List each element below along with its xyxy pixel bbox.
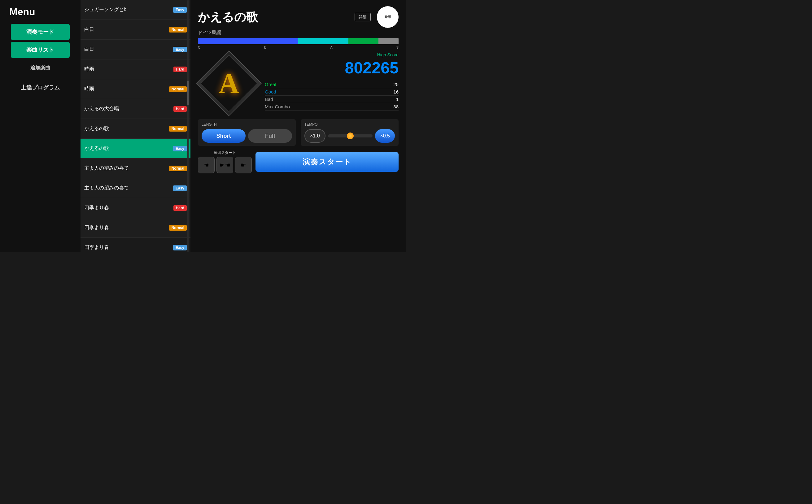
song-item-hakujitsu2[interactable]: 白日 Easy <box>80 40 190 59</box>
detail-button[interactable]: 詳細 <box>354 13 371 21</box>
practice-section: 練習スタート ☚ ☛☚ ☛ <box>198 150 252 173</box>
practice-left-hand[interactable]: ☚ <box>198 157 215 173</box>
song-name: 四季より春 <box>84 224 167 231</box>
label-combo: Max Combo <box>265 104 290 109</box>
nav-progress-program[interactable]: 上達プログラム <box>11 80 70 96</box>
tempo-label: TEMPO <box>304 122 395 127</box>
label-good: Good <box>265 89 276 94</box>
practice-both-hands[interactable]: ☛☚ <box>216 157 233 173</box>
scroll-thumb <box>187 80 189 105</box>
grade-a: A <box>330 46 332 49</box>
song-item-shiki1[interactable]: 四季より春 Hard <box>80 198 190 218</box>
song-item-shigure2[interactable]: 時雨 Normal <box>80 79 190 99</box>
tempo-group: TEMPO ×1.0 ×0.5 <box>301 119 398 146</box>
difficulty-badge: Hard <box>173 205 187 211</box>
score-bar <box>198 38 398 44</box>
song-name: 白日 <box>84 26 167 33</box>
difficulty-badge: Hard <box>173 67 187 72</box>
difficulty-badge: Normal <box>169 27 187 33</box>
song-item-kaeru-dai[interactable]: かえるの大合唱 Hard <box>80 99 190 119</box>
length-short-button[interactable]: Short <box>202 129 245 143</box>
score-row-bad: Bad 1 <box>265 96 398 103</box>
value-good: 16 <box>393 89 398 94</box>
length-full-button[interactable]: Full <box>248 129 292 143</box>
song-item-shigure1[interactable]: 時雨 Hard <box>80 59 190 79</box>
song-item-kaeru-normal[interactable]: かえるの歌 Normal <box>80 119 190 139</box>
grade-b: B <box>264 46 266 49</box>
song-name: かえるの大合唱 <box>84 106 171 112</box>
nav-song-list[interactable]: 楽曲リスト <box>11 42 70 58</box>
nav-performance-mode[interactable]: 演奏モード <box>11 24 70 40</box>
score-row-good: Good 16 <box>265 88 398 96</box>
song-name: 時雨 <box>84 66 171 72</box>
score-bar-fill <box>198 38 398 44</box>
grade-diamond: A <box>198 52 260 114</box>
difficulty-badge: Easy <box>173 146 187 151</box>
artist-badge-label: 時雨 <box>384 15 391 19</box>
nav-additional-songs[interactable]: 追加楽曲 <box>11 60 70 76</box>
tempo-controls: ×1.0 ×0.5 <box>304 129 395 143</box>
difficulty-badge: Easy <box>173 7 187 13</box>
tempo-slider[interactable] <box>328 134 373 137</box>
song-name: かえるの歌 <box>84 145 171 152</box>
start-performance-button[interactable]: 演奏スタート <box>255 152 398 172</box>
value-combo: 38 <box>393 104 398 109</box>
song-name: 主よ人の望みの喜て <box>84 165 167 172</box>
difficulty-badge: Normal <box>169 126 187 132</box>
both-hands-icon: ☛☚ <box>219 161 230 169</box>
song-title: かえるの歌 <box>198 9 258 25</box>
song-name: 白日 <box>84 46 171 53</box>
scroll-indicator <box>187 0 189 252</box>
difficulty-badge: Easy <box>173 185 187 191</box>
song-name: 四季より春 <box>84 244 171 251</box>
tempo-x1-button[interactable]: ×1.0 <box>304 129 325 143</box>
value-bad: 1 <box>396 97 398 102</box>
difficulty-badge: Hard <box>173 106 187 112</box>
artist-badge: 時雨 <box>377 6 398 28</box>
song-artist: ドイツ民謡 <box>198 30 398 36</box>
song-title-row: かえるの歌 詳細 時雨 <box>198 6 398 28</box>
practice-btns: ☚ ☛☚ ☛ <box>198 157 252 173</box>
tempo-slider-thumb <box>347 133 354 139</box>
high-score-label: High Score <box>265 52 398 57</box>
score-area: A High Score 802265 Great 25 Good 16 Bad… <box>198 52 398 114</box>
tempo-x05-button[interactable]: ×0.5 <box>375 129 395 143</box>
song-name: 時雨 <box>84 86 167 92</box>
score-row-great: Great 25 <box>265 81 398 88</box>
song-item-shiki2[interactable]: 四季より春 Normal <box>80 218 190 238</box>
song-item-nozomi1[interactable]: 主よ人の望みの喜て Normal <box>80 159 190 178</box>
song-name: 主よ人の望みの喜て <box>84 185 171 191</box>
grade-c: C <box>198 46 200 49</box>
practice-label: 練習スタート <box>214 150 236 155</box>
song-item-shiki3[interactable]: 四季より春 Easy <box>80 238 190 252</box>
left-hand-icon: ☚ <box>203 161 209 169</box>
settings-section: LENGTH Short Full TEMPO ×1.0 ×0.5 <box>198 119 398 146</box>
song-item-sugar[interactable]: シュガーソングとﾋ Easy <box>80 0 190 20</box>
length-buttons: Short Full <box>202 129 292 143</box>
song-item-nozomi2[interactable]: 主よ人の望みの喜て Easy <box>80 178 190 198</box>
song-item-hakujitsu1[interactable]: 白日 Normal <box>80 20 190 40</box>
left-panel: Menu 演奏モード 楽曲リスト 追加楽曲 上達プログラム <box>0 0 80 252</box>
length-group: LENGTH Short Full <box>198 119 296 146</box>
grade-letter: A <box>219 67 239 99</box>
score-row-combo: Max Combo 38 <box>265 103 398 111</box>
score-details: High Score 802265 Great 25 Good 16 Bad 1… <box>260 52 398 111</box>
right-hand-icon: ☛ <box>241 161 246 169</box>
song-name: シュガーソングとﾋ <box>84 7 171 13</box>
action-row: 練習スタート ☚ ☛☚ ☛ 演奏スタート <box>198 150 398 173</box>
difficulty-badge: Easy <box>173 47 187 52</box>
practice-right-hand[interactable]: ☛ <box>235 157 252 173</box>
label-bad: Bad <box>265 97 273 102</box>
high-score-value: 802265 <box>265 59 398 77</box>
song-list-panel: シュガーソングとﾋ Easy 白日 Normal 白日 Easy 時雨 Hard… <box>80 0 190 252</box>
song-item-kaeru-easy[interactable]: かえるの歌 Easy <box>80 139 190 159</box>
song-name: 四季より春 <box>84 205 171 211</box>
difficulty-badge: Normal <box>169 225 187 231</box>
label-great: Great <box>265 82 276 87</box>
difficulty-badge: Normal <box>169 166 187 171</box>
value-great: 25 <box>393 82 398 87</box>
difficulty-badge: Normal <box>169 86 187 92</box>
menu-title: Menu <box>0 6 35 18</box>
difficulty-badge: Easy <box>173 245 187 250</box>
song-name: かえるの歌 <box>84 125 167 132</box>
